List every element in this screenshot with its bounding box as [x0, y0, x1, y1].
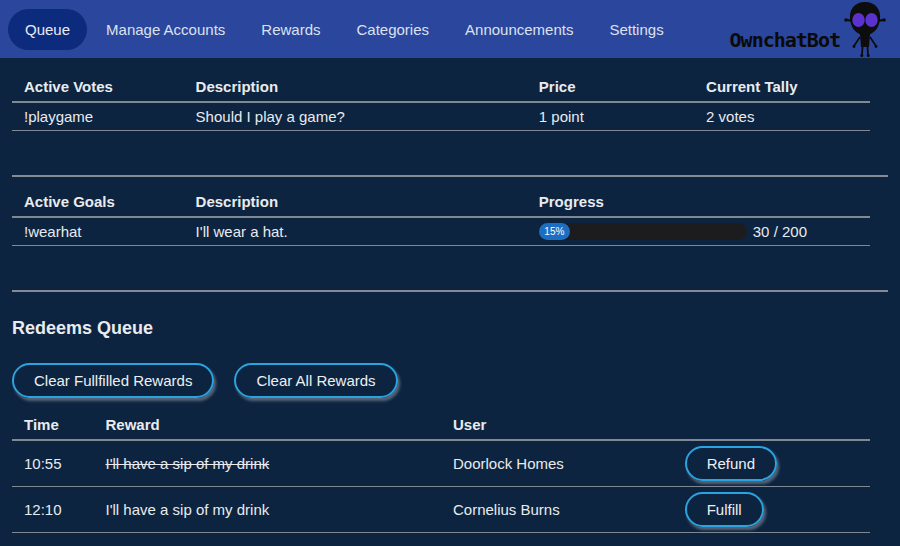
- table-row: 12:10 I'll have a sip of my drink Cornel…: [12, 487, 870, 533]
- redeems-queue-table: Time Reward User 10:55 I'll have a sip o…: [12, 410, 870, 533]
- refund-button[interactable]: Refund: [685, 446, 777, 481]
- votes-header-price: Price: [527, 72, 694, 102]
- redeem-user: Cornelius Burns: [441, 487, 673, 533]
- navbar: Queue Manage Accounts Rewards Categories…: [0, 0, 900, 58]
- table-row: !playgame Should I play a game? 1 point …: [12, 102, 870, 131]
- clear-fulfilled-rewards-button[interactable]: Clear Fullfilled Rewards: [12, 363, 214, 398]
- brand-logo[interactable]: OwnchatBot: [730, 0, 890, 58]
- goals-header-description: Description: [184, 187, 527, 217]
- goals-header-progress: Progress: [527, 187, 870, 217]
- vote-price: 1 point: [527, 102, 694, 131]
- redeem-action-cell: Refund: [673, 440, 870, 487]
- redeems-actions: Clear Fullfilled Rewards Clear All Rewar…: [12, 363, 888, 398]
- section-divider: [12, 290, 888, 292]
- goal-command: !wearhat: [12, 217, 184, 246]
- vote-command: !playgame: [12, 102, 184, 131]
- progress-bar: 15%: [539, 223, 747, 240]
- goal-description: I'll wear a hat.: [184, 217, 527, 246]
- main-content: Active Votes Description Price Current T…: [0, 72, 900, 533]
- tab-rewards[interactable]: Rewards: [244, 9, 337, 50]
- brand-logo-text: OwnchatBot: [730, 28, 840, 58]
- votes-header-command: Active Votes: [12, 72, 184, 102]
- tab-queue[interactable]: Queue: [8, 9, 87, 50]
- votes-header-description: Description: [184, 72, 527, 102]
- active-goals-table: Active Goals Description Progress !wearh…: [12, 187, 870, 246]
- table-row: 10:55 I'll have a sip of my drink Doorlo…: [12, 440, 870, 487]
- page-title: Redeems Queue: [12, 318, 888, 339]
- redeem-user: Doorlock Homes: [441, 440, 673, 487]
- goal-progress-cell: 15% 30 / 200: [527, 217, 870, 246]
- redeem-reward: I'll have a sip of my drink: [94, 487, 441, 533]
- tab-manage-accounts[interactable]: Manage Accounts: [89, 9, 242, 50]
- clear-all-rewards-button[interactable]: Clear All Rewards: [234, 363, 397, 398]
- progress-label: 30 / 200: [753, 223, 807, 240]
- redeem-action-cell: Fulfill: [673, 487, 870, 533]
- redeem-time: 10:55: [12, 440, 94, 487]
- vote-description: Should I play a game?: [184, 102, 527, 131]
- progress-bar-fill: 15%: [539, 223, 570, 240]
- tab-settings[interactable]: Settings: [592, 9, 680, 50]
- tab-announcements[interactable]: Announcements: [448, 9, 590, 50]
- redeems-header-reward: Reward: [94, 410, 441, 440]
- redeems-header-action: [673, 410, 870, 440]
- fulfill-button[interactable]: Fulfill: [685, 492, 764, 527]
- vote-tally: 2 votes: [694, 102, 870, 131]
- redeems-header-user: User: [441, 410, 673, 440]
- tab-categories[interactable]: Categories: [339, 9, 446, 50]
- goals-header-command: Active Goals: [12, 187, 184, 217]
- section-divider: [12, 175, 888, 177]
- table-row: !wearhat I'll wear a hat. 15% 30 / 200: [12, 217, 870, 246]
- votes-header-tally: Current Tally: [694, 72, 870, 102]
- redeems-header-time: Time: [12, 410, 94, 440]
- robot-mascot-icon: [840, 0, 890, 58]
- active-votes-table: Active Votes Description Price Current T…: [12, 72, 870, 131]
- redeem-reward: I'll have a sip of my drink: [94, 440, 441, 487]
- redeem-time: 12:10: [12, 487, 94, 533]
